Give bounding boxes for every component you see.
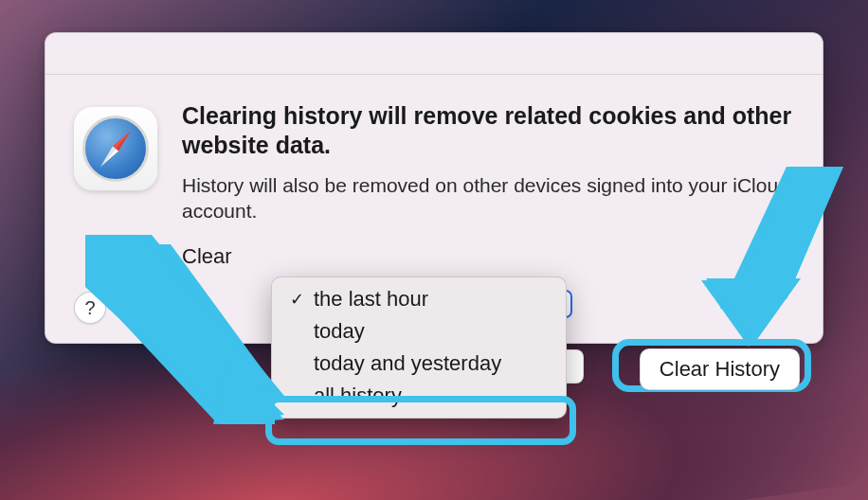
dialog-title: Clearing history will remove related coo… [182, 101, 794, 161]
dropdown-item-label: today and yesterday [314, 351, 501, 376]
dialog-subtitle: History will also be removed on other de… [182, 172, 794, 224]
svg-marker-3 [98, 146, 116, 167]
clear-history-button[interactable]: Clear History [640, 348, 800, 390]
dropdown-item-all-history[interactable]: all history [278, 380, 560, 412]
safari-app-icon [74, 107, 157, 190]
dropdown-item-label: today [314, 319, 365, 344]
dropdown-item-today[interactable]: today [278, 315, 560, 348]
dialog-header-spacer [45, 33, 823, 75]
svg-marker-0 [116, 131, 134, 152]
dropdown-item-today-yesterday[interactable]: today and yesterday [278, 348, 560, 380]
clear-range-label: Clear [182, 244, 794, 269]
dropdown-item-label: all history [314, 384, 402, 408]
dropdown-item-label: the last hour [314, 287, 428, 312]
compass-icon [82, 116, 149, 182]
dropdown-item-last-hour[interactable]: ✓ the last hour [278, 283, 560, 315]
checkmark-icon: ✓ [287, 289, 306, 310]
help-button[interactable]: ? [74, 292, 106, 324]
clear-range-dropdown[interactable]: ✓ the last hour today today and yesterda… [271, 277, 567, 419]
